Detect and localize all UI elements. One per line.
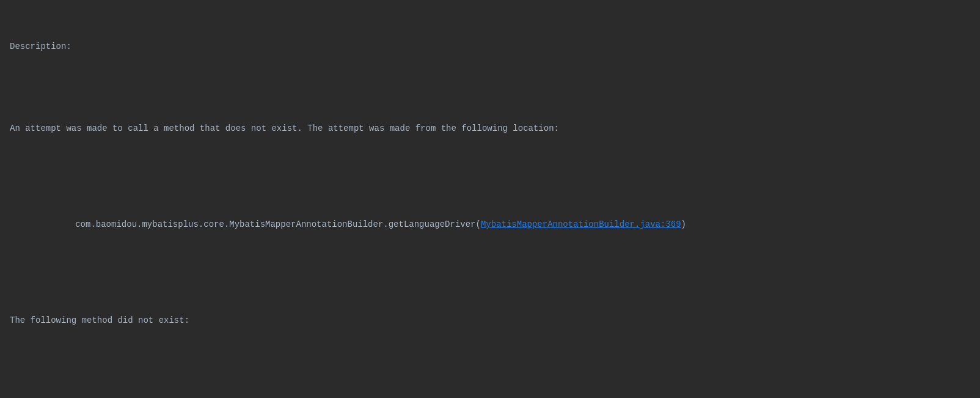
description-label: Description: bbox=[10, 40, 970, 53]
missing-method-line: com.baomidou.mybatisplus.core.MybatisCon… bbox=[10, 396, 970, 398]
call-location-line: com.baomidou.mybatisplus.core.MybatisMap… bbox=[34, 204, 970, 245]
error-output: Description: An attempt was made to call… bbox=[10, 12, 970, 398]
call-location-suffix: ) bbox=[681, 219, 686, 229]
method-not-exist-line: The following method did not exist: bbox=[10, 314, 970, 327]
java-file-link[interactable]: MybatisMapperAnnotationBuilder.java:369 bbox=[481, 219, 681, 229]
call-location-prefix: com.baomidou.mybatisplus.core.MybatisMap… bbox=[55, 219, 481, 229]
attempt-line: An attempt was made to call a method tha… bbox=[10, 122, 970, 135]
